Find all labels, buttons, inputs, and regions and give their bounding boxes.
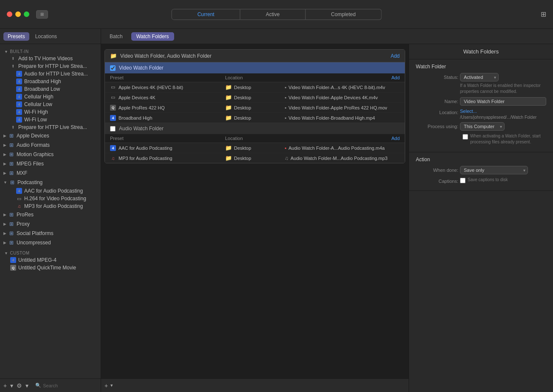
process-select[interactable]: This Computer: [460, 122, 505, 131]
status-select-wrapper[interactable]: Activated Deactivated: [460, 73, 499, 81]
add-button[interactable]: +: [3, 382, 7, 389]
audio-table-add-btn[interactable]: Add: [285, 136, 400, 141]
table-row[interactable]: Q Apple ProRes 422 HQ 📁 Desktop ▪ Video …: [105, 103, 405, 113]
sidebar-item-proxy[interactable]: ▶ ⊞ Proxy: [0, 219, 101, 229]
group-icon: ⊞: [8, 132, 15, 139]
sidebar-item-wifi-low[interactable]: 4 Wi-Fi Low: [0, 116, 101, 123]
folder-icon: 📁: [225, 155, 232, 161]
wf-add-button[interactable]: Add: [391, 53, 400, 59]
status-row: Status: Activated Deactivated If a Watch…: [416, 73, 546, 95]
table-row[interactable]: 4 Broadband High 📁 Desktop ▪ Video Watch…: [105, 113, 405, 123]
status-note: If a Watch Folder is enabled then inspec…: [460, 83, 546, 95]
add-chevron-icon[interactable]: ▾: [110, 383, 113, 388]
sidebar-item-motion-graphics[interactable]: ▶ ⊞ Motion Graphics: [0, 150, 101, 159]
status-select[interactable]: Activated Deactivated: [460, 73, 499, 81]
captions-row: Captions: Save captions to disk: [416, 177, 546, 184]
sidebar-item-untitled-qt[interactable]: Q Untitled QuickTime Movie: [0, 264, 101, 272]
watch-folder-section-title: Watch Folder: [416, 64, 546, 70]
audio-wf-checkbox[interactable]: [110, 126, 116, 132]
col-location: Location: [225, 136, 285, 141]
chevron-down-icon[interactable]: ▾: [10, 382, 13, 389]
file-icon: ♫: [285, 155, 288, 161]
main-bottom-bar: + ▾: [101, 378, 409, 392]
location-cell: 📁 Desktop: [225, 94, 285, 101]
group-icon: ⊞: [8, 142, 15, 148]
icon-4: 4: [110, 115, 116, 121]
search-area[interactable]: 🔍 Search: [35, 383, 58, 388]
when-done-select[interactable]: Save only Delete source: [460, 166, 528, 174]
icon-4: 4: [10, 257, 16, 263]
wf-group-header[interactable]: 📁 Video Watch Folder, Audio Watch Folder…: [105, 50, 405, 62]
sidebar-item-audio-http[interactable]: 4 Audio for HTTP Live Strea...: [0, 70, 101, 78]
sidebar-item-audio-formats[interactable]: ▶ ⊞ Audio Formats: [0, 140, 101, 150]
sidebar-item-wifi-high[interactable]: 4 Wi-Fi High: [0, 108, 101, 116]
tab-current[interactable]: Current: [172, 9, 240, 20]
sidebar-item-prepare-http-2[interactable]: ⬆ Prepare for HTTP Live Strea...: [0, 123, 101, 131]
minimize-button[interactable]: [15, 11, 21, 17]
file-icon: ▪: [285, 115, 286, 121]
subtab-batch[interactable]: Batch: [104, 32, 128, 41]
sidebar-item-broadband-high[interactable]: 4 Broadband High: [0, 78, 101, 85]
tab-presets[interactable]: Presets: [3, 32, 29, 41]
music-icon: ♫: [110, 155, 116, 161]
gear-icon[interactable]: ⚙: [17, 382, 22, 389]
tab-active[interactable]: Active: [240, 9, 306, 20]
tab-completed[interactable]: Completed: [305, 9, 381, 20]
sidebar-item-untitled-mpeg4[interactable]: 4 Untitled MPEG-4: [0, 256, 101, 264]
wf-table-add-btn[interactable]: Add: [285, 75, 400, 80]
video-wf-checkbox[interactable]: [110, 65, 116, 71]
add-item-button[interactable]: +: [104, 382, 108, 389]
name-input[interactable]: [460, 97, 546, 106]
custom-section-header[interactable]: ▼ CUSTOM: [0, 247, 101, 256]
sidebar: ▼ BUILT-IN ⬆ Add to TV Home Videos ⬆ Pre…: [0, 44, 101, 392]
music-icon: ♫: [16, 203, 22, 209]
sidebar-item-aac-podcasting[interactable]: 4 AAC for Audio Podcasting: [0, 187, 101, 195]
main-scroll: 📁 Video Watch Folder, Audio Watch Folder…: [101, 44, 409, 378]
table-row[interactable]: ▭ Apple Devices 4K 📁 Desktop ▪ Video Wat…: [105, 92, 405, 103]
table-row[interactable]: 4 AAC for Audio Podcasting 📁 Desktop ▪ A…: [105, 143, 405, 153]
toolbar-center: Batch Watch Folders: [101, 29, 553, 44]
captions-text: Save captions to disk: [468, 177, 508, 183]
search-label: Search: [43, 383, 58, 388]
gear-chevron-icon[interactable]: ▾: [25, 382, 28, 389]
sidebar-item-mxf[interactable]: ▶ ⊞ MXF: [0, 168, 101, 178]
subtab-watch-folders[interactable]: Watch Folders: [131, 32, 174, 41]
sidebar-item-apple-devices[interactable]: ▶ ⊞ Apple Devices: [0, 131, 101, 140]
table-row[interactable]: ▭ Apple Devices 4K (HEVC 8-bit) 📁 Deskto…: [105, 82, 405, 92]
main-content: 📁 Video Watch Folder, Audio Watch Folder…: [101, 44, 409, 392]
sidebar-item-broadband-low[interactable]: 4 Broadband Low: [0, 85, 101, 93]
close-button[interactable]: [7, 11, 12, 17]
sidebar-item-prores[interactable]: ▶ ⊞ ProRes: [0, 210, 101, 219]
filename-cell: ▪ Video Watch Folder-Apple ProRes 422 HQ…: [285, 105, 400, 111]
sidebar-item-mpeg-files[interactable]: ▶ ⊞ MPEG Files: [0, 159, 101, 168]
sidebar-item-cellular-high[interactable]: 4 Cellular High: [0, 93, 101, 101]
sidebar-item-social-platforms[interactable]: ▶ ⊞ Social Platforms: [0, 229, 101, 238]
captions-checkbox[interactable]: [460, 178, 466, 183]
location-select-link[interactable]: Select...: [460, 109, 477, 114]
icon-4: 4: [16, 188, 22, 194]
sidebar-item-mp3-podcasting[interactable]: ♫ MP3 for Audio Podcasting: [0, 202, 101, 210]
search-icon: 🔍: [35, 383, 41, 388]
captions-checkbox-label[interactable]: Save captions to disk: [460, 177, 546, 183]
sidebar-item-cellular-low[interactable]: 4 Cellular Low: [0, 101, 101, 108]
group-icon: ⊞: [8, 160, 15, 167]
when-done-value: Save only Delete source: [460, 166, 546, 174]
main-tabs: Current Active Completed: [172, 9, 382, 20]
sidebar-item-h264-podcasting[interactable]: ▭ H.264 for Video Podcasting: [0, 195, 101, 202]
process-select-wrapper[interactable]: This Computer: [460, 122, 505, 131]
filename-cell: ▪ Video Watch Folder-Broadband High.mp4: [285, 115, 400, 121]
sidebar-item-uncompressed[interactable]: ▶ ⊞ Uncompressed: [0, 238, 101, 247]
sidebar-item-add-tv[interactable]: ⬆ Add to TV Home Videos: [0, 55, 101, 62]
start-processing-checkbox[interactable]: [463, 134, 468, 140]
sidebar-item-podcasting[interactable]: ▼ ⊞ Podcasting: [0, 178, 101, 187]
table-row[interactable]: ♫ MP3 for Audio Podcasting 📁 Desktop ♫ A…: [105, 153, 405, 163]
tab-locations[interactable]: Locations: [31, 32, 61, 41]
phone-icon: ▭: [16, 196, 22, 202]
start-processing-checkbox-label[interactable]: When activating a Watch Folder, start pr…: [463, 133, 546, 145]
sidebar-item-prepare-http-1[interactable]: ⬆ Prepare for HTTP Live Strea...: [0, 62, 101, 70]
when-done-select-wrapper[interactable]: Save only Delete source: [460, 166, 528, 174]
layout-button[interactable]: ⊞: [36, 10, 48, 19]
builtin-section-header[interactable]: ▼ BUILT-IN: [0, 46, 101, 55]
fullscreen-button[interactable]: [24, 11, 29, 17]
settings-icon[interactable]: ⊞: [541, 10, 546, 18]
